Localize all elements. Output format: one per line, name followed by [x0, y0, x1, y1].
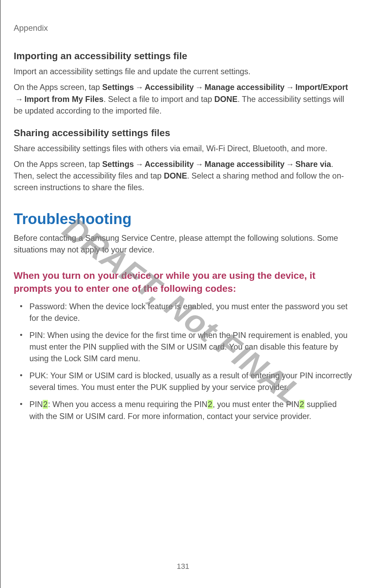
list-item: PUK: Your SIM or USIM card is blocked, u…	[23, 370, 352, 393]
paragraph: Before contacting a Samsung Service Cent…	[14, 232, 352, 256]
heading-troubleshooting: Troubleshooting	[14, 210, 352, 227]
list-item: Password: When the device lock feature i…	[23, 301, 352, 324]
subheading-codes: When you turn on your device or while yo…	[14, 269, 352, 295]
bold-text: Accessibility	[145, 83, 194, 92]
bold-text: Import/Export	[295, 83, 348, 92]
text: : When you access a menu requiring the P…	[48, 400, 207, 409]
bold-text: DONE	[214, 95, 238, 104]
bold-text: Settings	[102, 160, 134, 169]
left-rule	[0, 0, 1, 588]
text: . Select a file to import and tap	[104, 95, 214, 104]
page-number: 131	[0, 562, 366, 571]
arrow-icon: →	[14, 93, 25, 105]
bullet-list: Password: When the device lock feature i…	[14, 301, 352, 422]
bold-text: Manage accessibility	[205, 160, 285, 169]
arrow-icon: →	[134, 81, 145, 93]
paragraph: On the Apps screen, tap Settings → Acces…	[14, 81, 352, 116]
text: On the Apps screen, tap	[14, 160, 102, 169]
highlight: 2	[299, 400, 304, 409]
text: On the Apps screen, tap	[14, 83, 102, 92]
paragraph: On the Apps screen, tap Settings → Acces…	[14, 158, 352, 193]
highlight: 2	[43, 400, 48, 409]
header-section: Appendix	[14, 23, 352, 33]
highlight: 2	[208, 400, 213, 409]
text: PIN	[29, 400, 43, 409]
list-item: PIN2: When you access a menu requiring t…	[23, 398, 352, 422]
heading-importing: Importing an accessibility settings file	[14, 50, 352, 62]
bold-text: Settings	[102, 83, 134, 92]
paragraph: Import an accessibility settings file an…	[14, 66, 352, 77]
bold-text: Share via	[295, 160, 331, 169]
bold-text: Accessibility	[145, 160, 194, 169]
arrow-icon: →	[194, 158, 205, 170]
arrow-icon: →	[134, 158, 145, 170]
arrow-icon: →	[285, 158, 296, 170]
heading-sharing: Sharing accessibility settings files	[14, 127, 352, 139]
bold-text: Manage accessibility	[205, 83, 285, 92]
list-item: PIN: When using the device for the first…	[23, 329, 352, 364]
page: Appendix Importing an accessibility sett…	[0, 0, 366, 588]
text: , you must enter the PIN	[213, 400, 299, 409]
bold-text: DONE	[164, 171, 187, 180]
paragraph: Share accessibility settings files with …	[14, 143, 352, 154]
bold-text: Import from My Files	[25, 95, 104, 104]
arrow-icon: →	[285, 81, 296, 93]
arrow-icon: →	[194, 81, 205, 93]
